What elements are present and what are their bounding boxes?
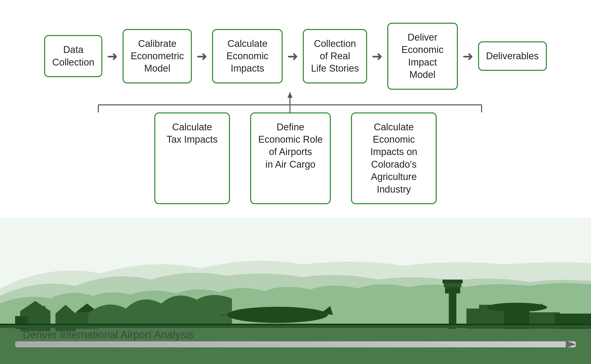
- arrow-1: ➜: [107, 49, 118, 64]
- box-agriculture: CalculateEconomicImpacts on Colorado'sAg…: [351, 112, 437, 204]
- box-calibrate: CalibrateEconometricModel: [123, 29, 192, 83]
- svg-rect-28: [0, 324, 591, 325]
- arrow-3: ➜: [287, 49, 298, 64]
- arrow-2: ➜: [196, 49, 208, 64]
- box-calculate-economic: CalculateEconomicImpacts: [212, 29, 283, 83]
- arrow-5: ➜: [462, 49, 474, 64]
- landscape-svg: Denver International Airport Analysis: [0, 218, 591, 364]
- main-container: DataCollection ➜ CalibrateEconometricMod…: [0, 0, 591, 364]
- bottom-section: CalculateTax Impacts DefineEconomic Role…: [13, 92, 578, 204]
- svg-rect-27: [0, 325, 591, 328]
- box-real-life: Collectionof RealLife Stories: [303, 29, 367, 83]
- illustration-area: Denver International Airport Analysis: [0, 218, 591, 364]
- arrow-4: ➜: [372, 49, 383, 64]
- svg-point-26: [487, 303, 547, 312]
- svg-rect-19: [442, 280, 463, 283]
- svg-rect-29: [15, 341, 576, 347]
- top-flow-row: DataCollection ➜ CalibrateEconometricMod…: [13, 23, 578, 90]
- bottom-flow-row: CalculateTax Impacts DefineEconomic Role…: [13, 92, 578, 204]
- svg-rect-16: [449, 288, 456, 329]
- diagram-wrapper: DataCollection ➜ CalibrateEconometricMod…: [13, 23, 578, 204]
- box-deliverables: Deliverables: [478, 41, 547, 71]
- svg-text:Denver International Airport A: Denver International Airport Analysis: [23, 329, 193, 341]
- box-tax-impacts: CalculateTax Impacts: [154, 112, 230, 204]
- box-data-collection: DataCollection: [44, 35, 102, 77]
- box-define-role: DefineEconomic Roleof Airportsin Air Car…: [250, 112, 331, 204]
- box-deliver: DeliverEconomicImpact Model: [387, 23, 458, 90]
